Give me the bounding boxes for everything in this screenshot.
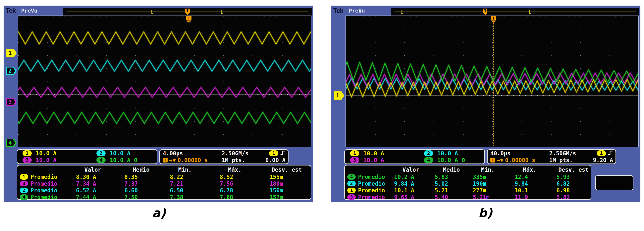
measurement-cell: 277m bbox=[473, 187, 515, 194]
measurement-cell: 12.4 bbox=[514, 174, 556, 180]
trigger-level: 0.00 A bbox=[257, 157, 288, 164]
measurement-cell: 8.30 A bbox=[76, 174, 124, 180]
acquisition-preview-bar: T bbox=[391, 8, 639, 15]
channel-badge: 1 bbox=[597, 150, 606, 156]
channel-badge: 1 bbox=[350, 150, 359, 156]
trigger-t-icon: T bbox=[483, 8, 488, 13]
measurement-cell: 9.84 A bbox=[394, 180, 435, 187]
trigger-delay: T →▼ 0.00000 s bbox=[160, 157, 219, 164]
measurement-name: Promedio bbox=[30, 174, 58, 180]
figure-label-a: a) bbox=[137, 206, 181, 220]
tek-logo: Tek bbox=[333, 7, 343, 14]
channel-3-setting: 3 10.0 A bbox=[345, 157, 419, 164]
channel-badge: 2 bbox=[347, 181, 356, 186]
channel-1-setting: 1 10.0 A bbox=[17, 150, 91, 157]
measurement-table: Valor Medio Mín. Máx. Desv. est 1Promedi… bbox=[17, 165, 311, 200]
channel-badge: 3 bbox=[350, 157, 359, 163]
measurement-cell: 5.93 bbox=[556, 174, 591, 180]
table-header-row: Valor Medio Mín. Máx. Desv. est bbox=[345, 166, 591, 174]
channel-settings-box: 1 10.0 A 2 10.0 A 3 10.0 A 4 10.0 A Ω bbox=[17, 149, 158, 164]
channel-badge: 1 bbox=[20, 174, 28, 180]
waveform-traces bbox=[18, 16, 311, 147]
column-header-max: Máx. bbox=[220, 167, 270, 173]
table-row: 1Promedio 10.1 A 5.21 277m 10.1 6.98 bbox=[345, 187, 591, 194]
measurement-cell: 8.35 bbox=[124, 174, 170, 180]
trigger-position-icon: T bbox=[483, 8, 488, 15]
trigger-marker-icon: T bbox=[186, 16, 192, 23]
channel-scale: 10.0 A bbox=[363, 157, 384, 164]
channel-1-marker: 1 bbox=[334, 91, 344, 100]
trigger-source: 1 bbox=[585, 150, 616, 157]
measurement-cell: 6.98 bbox=[556, 187, 591, 194]
measurement-cell: 7.56 bbox=[220, 180, 270, 187]
sample-rate: 2.50GM/s bbox=[546, 150, 585, 157]
channel-badge: 1 bbox=[269, 150, 278, 156]
waveform-display: T bbox=[18, 15, 311, 147]
oscilloscope-panel-b: Tek PreVu T T 1 1 bbox=[331, 5, 640, 202]
measurement-cell: 9.84 bbox=[514, 180, 556, 187]
measurement-cell: 7.37 bbox=[124, 180, 170, 187]
table-header-row: Valor Medio Mín. Máx. Desv. est bbox=[17, 166, 311, 174]
figure-two-oscilloscope-captures: Tek PreVu T T 1 2 3 4 bbox=[0, 0, 644, 231]
channel-scale: 10.0 A Ω bbox=[110, 157, 138, 164]
timebase-trigger-box: 4.00µs 2.50GM/s 1 T →▼ 0.00000 s 1M pts.… bbox=[160, 149, 288, 164]
measurement-cell: 11.9 bbox=[514, 194, 556, 201]
trigger-arrow-icon bbox=[491, 21, 496, 23]
trigger-arrow-icon bbox=[186, 13, 189, 15]
channel-3-setting: 3 10.0 A bbox=[17, 157, 91, 164]
measurement-table: Valor Medio Mín. Máx. Desv. est 4Promedi… bbox=[344, 165, 592, 200]
channel-badge: 4 bbox=[424, 157, 433, 163]
measurement-cell: 190m bbox=[473, 180, 515, 187]
channel-badge: 3 bbox=[347, 194, 356, 200]
measurement-cell: 5.21m bbox=[473, 194, 515, 201]
table-row: 3Promedio 7.34 A 7.37 7.21 7.56 180m bbox=[17, 180, 311, 187]
measurement-cell: 6.60 bbox=[124, 187, 170, 194]
channel-scale: 10.0 A bbox=[36, 150, 56, 157]
zoom-bracket-right bbox=[529, 10, 530, 14]
column-header-min: Mín. bbox=[473, 167, 515, 173]
channel-badge: 4 bbox=[20, 194, 28, 200]
zoom-bracket-right bbox=[221, 10, 222, 14]
column-header-medio: Medio bbox=[434, 167, 473, 173]
channel-badge: 4 bbox=[347, 174, 356, 180]
table-row: 2Promedio 6.52 A 6.60 6.50 6.78 156m bbox=[17, 187, 311, 194]
channel-badge: 1 bbox=[347, 188, 356, 193]
measurement-name: Promedio bbox=[358, 194, 385, 201]
channel-badge: 3 bbox=[20, 181, 28, 186]
channel-marker-rail: 1 bbox=[331, 15, 346, 147]
measurement-cell: 7.34 A bbox=[76, 180, 124, 187]
trigger-t-icon: T bbox=[185, 8, 190, 13]
rising-edge-icon bbox=[280, 150, 286, 157]
channel-badge: 4 bbox=[96, 157, 106, 163]
measurement-cell: 10.1 A bbox=[394, 187, 435, 194]
measurement-cell: 8.22 bbox=[170, 174, 220, 180]
channel-4-setting: 4 10.0 A Ω bbox=[419, 157, 484, 164]
channel-2-marker: 2 bbox=[6, 67, 17, 75]
trigger-marker-icon: T bbox=[491, 16, 496, 23]
channel-1-marker: 1 bbox=[6, 49, 17, 57]
column-header-desv: Desv. est bbox=[270, 167, 311, 173]
channel-4-marker: 4 bbox=[6, 139, 17, 147]
column-header-valor: Valor bbox=[76, 167, 124, 173]
trigger-arrow-icon bbox=[484, 13, 487, 15]
channel-scale: 10.0 A bbox=[363, 150, 384, 157]
empty-readout-box bbox=[595, 175, 634, 190]
acquisition-preview-bar: T bbox=[63, 8, 312, 15]
table-row: 4Promedio 10.2 A 5.83 335m 12.4 5.93 bbox=[345, 174, 591, 180]
table-row: 4Promedio 7.44 A 7.50 7.38 7.68 157m bbox=[17, 194, 311, 201]
measurement-cell: 6.78 bbox=[220, 187, 270, 194]
zoom-bracket-left bbox=[401, 10, 402, 14]
channel-badge: 3 bbox=[22, 157, 32, 163]
acquisition-status: PreVu bbox=[349, 7, 365, 14]
zoom-bracket-left bbox=[152, 10, 152, 14]
measurement-name: Promedio bbox=[30, 194, 58, 201]
channel-scale: 10.0 A Ω bbox=[437, 157, 465, 164]
channel-badge: 1 bbox=[22, 150, 32, 156]
trigger-arrows-icon: →▼ bbox=[169, 157, 176, 164]
measurement-cell: 7.50 bbox=[124, 194, 170, 201]
measurement-cell: 5.21 bbox=[434, 187, 473, 194]
channel-2-setting: 2 10.0 A bbox=[91, 150, 157, 157]
channel-1-setting: 1 10.0 A bbox=[345, 150, 419, 157]
channel-scale: 10.0 A bbox=[437, 150, 458, 157]
column-header-desv: Desv. est bbox=[556, 167, 591, 173]
